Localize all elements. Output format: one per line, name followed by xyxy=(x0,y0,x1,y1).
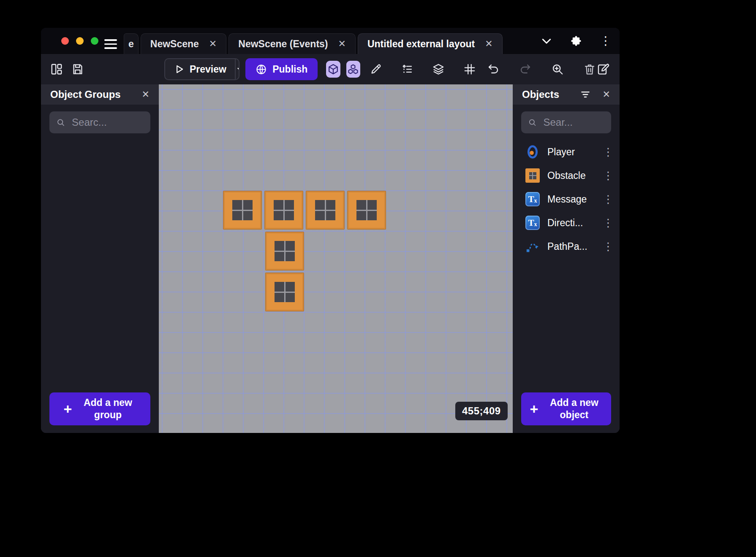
text-object-icon: Tx xyxy=(525,192,540,206)
text-object-icon: Tx xyxy=(525,216,540,230)
obstacle-instance[interactable] xyxy=(264,191,303,230)
tab-bar: e NewScene ✕ NewScene (Events) ✕ Untitle… xyxy=(41,28,620,54)
play-icon xyxy=(174,64,185,75)
object-row-pathpaint[interactable]: PathPa... ⋮ xyxy=(513,235,620,258)
add-object-button[interactable]: + Add a new object xyxy=(521,392,611,425)
save-icon[interactable] xyxy=(71,62,84,76)
close-icon[interactable]: ✕ xyxy=(209,39,217,49)
search-input[interactable] xyxy=(71,116,144,129)
instances-list-icon[interactable] xyxy=(400,62,414,76)
publish-label: Publish xyxy=(272,64,307,75)
scene-canvas[interactable]: 455;409 xyxy=(159,84,513,433)
player-icon xyxy=(525,145,540,159)
path-paint-icon xyxy=(525,239,540,254)
toolbar: Preview Publish xyxy=(41,54,620,84)
object-row-directions[interactable]: Tx Directi... ⋮ xyxy=(513,211,620,235)
kebab-menu-icon[interactable]: ⋮ xyxy=(603,170,613,181)
chevron-down-icon[interactable] xyxy=(539,34,554,48)
tab-untitled-external-layout[interactable]: Untitled external layout ✕ xyxy=(358,33,503,54)
object-row-player[interactable]: Player ⋮ xyxy=(513,140,620,164)
preview-button[interactable]: Preview xyxy=(164,58,239,80)
filter-icon[interactable] xyxy=(580,89,591,100)
close-icon[interactable]: ✕ xyxy=(142,90,150,99)
macos-window-controls xyxy=(61,37,98,45)
undo-icon[interactable] xyxy=(486,62,500,76)
objects-panel: Objects ✕ Player ⋮ xyxy=(513,84,620,433)
obstacle-icon xyxy=(525,168,540,183)
obstacle-instance[interactable] xyxy=(265,273,304,311)
add-group-label: Add a new group xyxy=(79,397,136,421)
search-icon xyxy=(56,117,65,128)
tab-label: e xyxy=(128,38,134,50)
kebab-menu-icon[interactable]: ⋮ xyxy=(603,217,613,228)
macos-close-button[interactable] xyxy=(61,37,69,45)
obstacle-instance[interactable] xyxy=(306,191,345,230)
tab-label: NewScene (Events) xyxy=(238,38,328,50)
obstacle-instance[interactable] xyxy=(265,232,304,270)
plus-icon: + xyxy=(64,402,72,416)
3d-view-cube-icon[interactable] xyxy=(326,61,340,78)
kebab-menu-icon[interactable]: ⋮ xyxy=(603,146,613,157)
object-groups-title: Object Groups xyxy=(50,89,130,100)
tab-newscene[interactable]: NewScene ✕ xyxy=(141,33,227,54)
object-label: Player xyxy=(547,146,595,158)
instances-cubes-icon[interactable] xyxy=(346,61,360,78)
kebab-menu-icon[interactable]: ⋮ xyxy=(598,34,613,48)
close-icon[interactable]: ✕ xyxy=(485,39,492,49)
preview-dropdown-caret[interactable] xyxy=(235,59,239,79)
editor-tools-group xyxy=(369,62,477,76)
tab-newscene-events[interactable]: NewScene (Events) ✕ xyxy=(228,33,356,54)
object-label: Message xyxy=(547,194,595,205)
close-icon[interactable]: ✕ xyxy=(338,39,346,49)
search-input[interactable] xyxy=(542,116,604,129)
object-label: PathPa... xyxy=(547,241,595,252)
layers-icon[interactable] xyxy=(431,62,446,76)
pencil-edit-icon[interactable] xyxy=(369,62,383,76)
kebab-menu-icon[interactable]: ⋮ xyxy=(603,241,613,252)
cursor-coordinates: 455;409 xyxy=(455,402,508,420)
kebab-menu-icon[interactable]: ⋮ xyxy=(603,194,613,205)
objects-header: Objects ✕ xyxy=(513,84,620,105)
add-object-label: Add a new object xyxy=(546,397,602,421)
redo-icon[interactable] xyxy=(518,62,533,76)
object-row-obstacle[interactable]: Obstacle ⋮ xyxy=(513,164,620,187)
zoom-in-icon[interactable] xyxy=(550,62,565,76)
tab-truncated[interactable]: e xyxy=(124,33,139,54)
object-groups-search[interactable] xyxy=(49,111,150,133)
tabbar-right-actions: ⋮ xyxy=(539,28,613,54)
object-row-message[interactable]: Tx Message ⋮ xyxy=(513,187,620,211)
tab-label: Untitled external layout xyxy=(367,38,475,50)
main-menu-icon[interactable] xyxy=(104,39,117,49)
scene-properties-edit-icon[interactable] xyxy=(597,62,610,76)
object-label: Obstacle xyxy=(547,170,595,181)
object-label: Directi... xyxy=(547,217,595,229)
trash-icon[interactable] xyxy=(582,62,597,76)
tab-label: NewScene xyxy=(150,38,199,50)
extensions-puzzle-icon[interactable] xyxy=(569,34,583,48)
obstacle-instance[interactable] xyxy=(347,191,386,230)
panels-layout-icon[interactable] xyxy=(50,62,63,76)
macos-fullscreen-button[interactable] xyxy=(91,37,98,45)
objects-search[interactable] xyxy=(521,111,611,133)
objects-list: Player ⋮ Obstacle ⋮ Tx Message ⋮ Tx Dire… xyxy=(513,140,620,258)
add-group-button[interactable]: + Add a new group xyxy=(49,392,150,425)
objects-title: Objects xyxy=(522,89,568,100)
publish-button[interactable]: Publish xyxy=(245,58,318,80)
macos-minimize-button[interactable] xyxy=(76,37,84,45)
obstacle-instance[interactable] xyxy=(223,191,262,230)
grid-icon[interactable] xyxy=(462,62,477,76)
main-area: Object Groups ✕ + Add a new group 455;40… xyxy=(41,84,620,433)
globe-icon xyxy=(256,64,267,75)
object-groups-panel: Object Groups ✕ + Add a new group xyxy=(41,84,159,433)
close-icon[interactable]: ✕ xyxy=(603,90,610,99)
history-zoom-group xyxy=(486,62,597,76)
preview-label: Preview xyxy=(190,64,226,75)
plus-icon: + xyxy=(530,402,538,416)
app-window: e NewScene ✕ NewScene (Events) ✕ Untitle… xyxy=(41,28,620,433)
object-groups-header: Object Groups ✕ xyxy=(41,84,159,105)
search-icon xyxy=(528,117,536,128)
